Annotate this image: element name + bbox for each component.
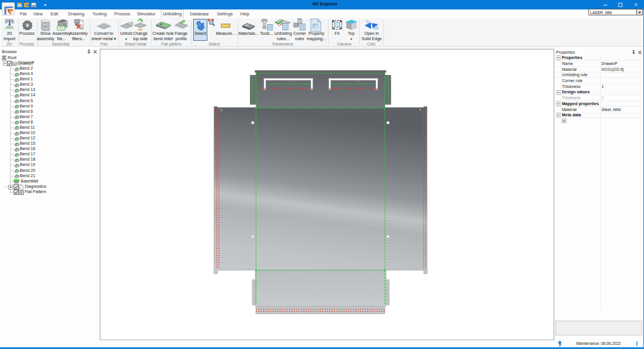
svg-text:</>: </> [58, 26, 64, 30]
